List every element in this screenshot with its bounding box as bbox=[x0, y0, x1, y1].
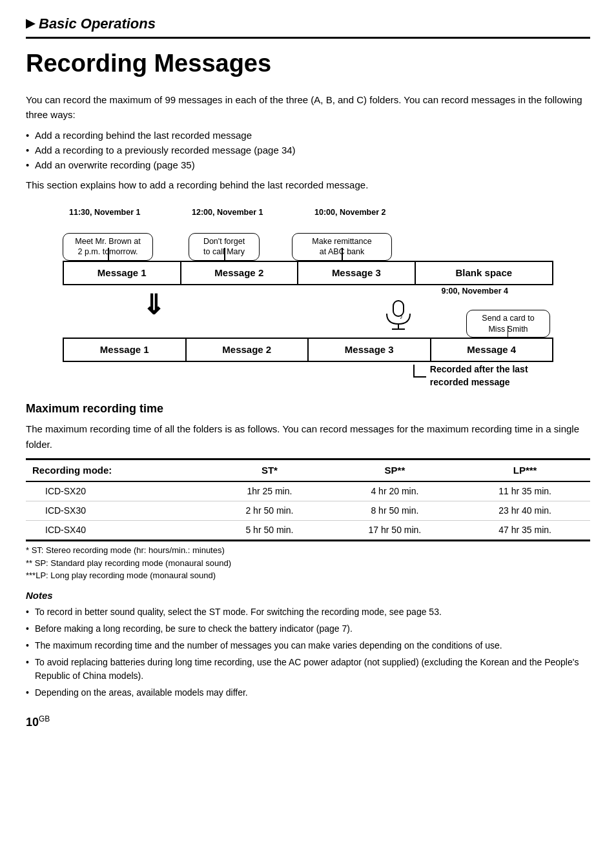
messages-row-2: Message 1 Message 2 Message 3 Message 4 bbox=[63, 338, 553, 363]
cell-lp-3: 47 hr 35 min. bbox=[460, 521, 590, 541]
msg2-box-4: Message 4 bbox=[431, 339, 553, 361]
msg2-box-2: Message 2 bbox=[187, 339, 309, 361]
msg-box-2: Message 2 bbox=[181, 262, 299, 285]
bubbles-row: Meet Mr. Brown at 2 p.m. tomorrow. Don't… bbox=[63, 219, 553, 261]
timestamps-row: 11:30, November 1 12:00, November 1 10:0… bbox=[63, 205, 553, 219]
cell-st-2: 2 hr 50 min. bbox=[209, 501, 329, 521]
row2-outer: ⇓ 9:00, November 4 bbox=[63, 285, 553, 338]
recording-table: Recording mode: ST* SP** LP*** ICD-SX20 … bbox=[26, 458, 590, 542]
intro-bullets: Add a recording behind the last recorded… bbox=[26, 128, 590, 173]
table-header-row: Recording mode: ST* SP** LP*** bbox=[26, 459, 590, 481]
bullet-1: Add a recording behind the last recorded… bbox=[26, 128, 590, 143]
cell-lp-2: 23 hr 40 min. bbox=[460, 501, 590, 521]
intro-line1: You can record the maximum of 99 message… bbox=[26, 92, 590, 123]
note-1: To record in better sound quality, selec… bbox=[26, 605, 590, 620]
row2-right: 9:00, November 4 ♪ bbox=[243, 285, 553, 338]
recorded-label-text: Recorded after the last recorded message bbox=[430, 363, 528, 389]
triangle-icon: ▶ bbox=[26, 15, 35, 32]
bracket-line bbox=[413, 365, 426, 378]
msg-box-1: Message 1 bbox=[64, 262, 181, 285]
arrow-down-icon: ⇓ bbox=[142, 292, 165, 319]
col-mode: Recording mode: bbox=[26, 459, 209, 481]
msg2-box-1: Message 1 bbox=[64, 339, 187, 361]
svg-text:♪: ♪ bbox=[400, 313, 403, 320]
recorded-label: Recorded after the last recorded message bbox=[413, 363, 553, 389]
table-row: ICD-SX40 5 hr 50 min. 17 hr 50 min. 47 h… bbox=[26, 521, 590, 541]
cell-sp-2: 8 hr 50 min. bbox=[330, 501, 460, 521]
footnotes: * ST: Stereo recording mode (hr: hours/m… bbox=[26, 544, 590, 582]
cell-model-3: ICD-SX40 bbox=[26, 521, 209, 541]
note-4: To avoid replacing batteries during long… bbox=[26, 656, 590, 683]
footnote-3: ***LP: Long play recording mode (monaura… bbox=[26, 569, 590, 582]
bullet-2: Add a recording to a previously recorded… bbox=[26, 143, 590, 157]
vline-4 bbox=[508, 326, 509, 338]
col-st: ST* bbox=[209, 459, 329, 481]
timestamp-1: 11:30, November 1 bbox=[69, 207, 140, 219]
cell-model-2: ICD-SX30 bbox=[26, 501, 209, 521]
intro-line2: This section explains how to add a recor… bbox=[26, 177, 590, 192]
bubble-mic-row: ♪ Send a card to Miss Smith bbox=[243, 299, 553, 338]
cell-model-1: ICD-SX20 bbox=[26, 481, 209, 501]
section-header: ▶ Basic Operations bbox=[26, 13, 590, 39]
msg-box-blank: Blank space bbox=[416, 262, 552, 285]
timestamp-4: 9:00, November 4 bbox=[243, 285, 553, 298]
table-row: ICD-SX30 2 hr 50 min. 8 hr 50 min. 23 hr… bbox=[26, 501, 590, 521]
msg2-box-3: Message 3 bbox=[309, 339, 431, 361]
notes-title: Notes bbox=[26, 589, 590, 603]
cell-st-1: 1hr 25 min. bbox=[209, 481, 329, 501]
table-row: ICD-SX20 1hr 25 min. 4 hr 20 min. 11 hr … bbox=[26, 481, 590, 501]
section-title: Basic Operations bbox=[39, 13, 156, 34]
timestamp-3: 10:00, November 2 bbox=[314, 207, 385, 219]
vline-1 bbox=[108, 248, 109, 261]
timestamp-2: 12:00, November 1 bbox=[192, 207, 263, 219]
footnote-2: ** SP: Standard play recording mode (mon… bbox=[26, 557, 590, 570]
col-sp: SP** bbox=[330, 459, 460, 481]
page-num-value: 10 bbox=[26, 716, 39, 729]
col-lp: LP*** bbox=[460, 459, 590, 481]
cell-lp-1: 11 hr 35 min. bbox=[460, 481, 590, 501]
cell-st-3: 5 hr 50 min. bbox=[209, 521, 329, 541]
vline-2 bbox=[224, 248, 225, 261]
page-suffix: GB bbox=[39, 714, 50, 723]
vline-3 bbox=[342, 248, 343, 261]
recorded-label-area: Recorded after the last recorded message bbox=[63, 363, 553, 389]
bullet-3: Add an overwrite recording (page 35) bbox=[26, 157, 590, 172]
diagram: 11:30, November 1 12:00, November 1 10:0… bbox=[26, 205, 590, 389]
notes-list: To record in better sound quality, selec… bbox=[26, 605, 590, 700]
cell-sp-3: 17 hr 50 min. bbox=[330, 521, 460, 541]
footnote-1: * ST: Stereo recording mode (hr: hours/m… bbox=[26, 544, 590, 557]
max-recording-text: The maximum recording time of all the fo… bbox=[26, 421, 590, 452]
note-2: Before making a long recording, be sure … bbox=[26, 622, 590, 636]
page-number: 10GB bbox=[26, 713, 590, 731]
arrow-area: ⇓ bbox=[63, 285, 243, 338]
mic-icon: ♪ bbox=[382, 299, 415, 335]
bubble-4: Send a card to Miss Smith bbox=[466, 310, 550, 338]
page-title: Recording Messages bbox=[26, 45, 590, 82]
max-recording-title: Maximum recording time bbox=[26, 400, 590, 418]
messages-row-1: Message 1 Message 2 Message 3 Blank spac… bbox=[63, 261, 553, 286]
note-5: Depending on the areas, available models… bbox=[26, 686, 590, 700]
note-3: The maximum recording time and the numbe… bbox=[26, 639, 590, 653]
msg-box-3: Message 3 bbox=[298, 262, 416, 285]
cell-sp-1: 4 hr 20 min. bbox=[330, 481, 460, 501]
